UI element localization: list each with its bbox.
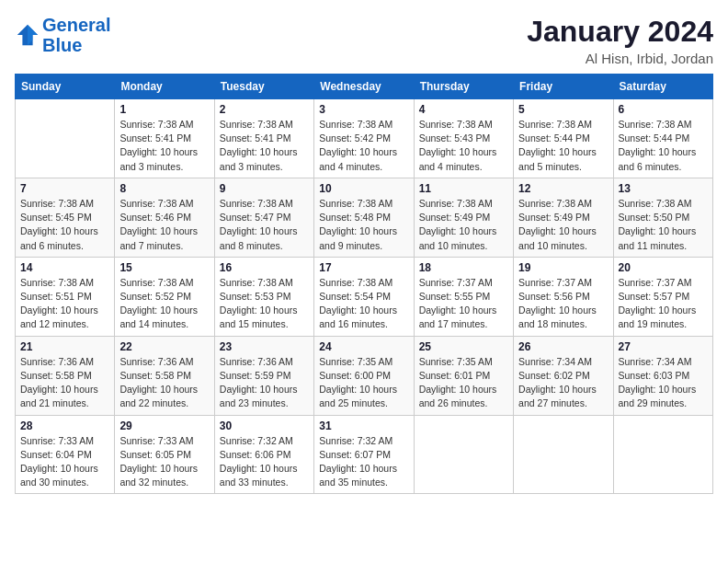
calendar-day-29: 29Sunrise: 7:33 AMSunset: 6:05 PMDayligh…	[115, 415, 214, 494]
calendar-day-8: 8Sunrise: 7:38 AMSunset: 5:46 PMDaylight…	[115, 178, 214, 257]
day-info: Sunrise: 7:32 AMSunset: 6:07 PMDaylight:…	[319, 434, 408, 490]
day-number: 24	[319, 340, 408, 353]
day-info: Sunrise: 7:33 AMSunset: 6:04 PMDaylight:…	[20, 434, 109, 490]
day-number: 25	[419, 340, 508, 353]
calendar-day-12: 12Sunrise: 7:38 AMSunset: 5:49 PMDayligh…	[514, 178, 613, 257]
calendar-empty-cell	[613, 415, 712, 494]
day-number: 31	[319, 419, 408, 432]
day-number: 20	[619, 261, 708, 274]
calendar-day-19: 19Sunrise: 7:37 AMSunset: 5:56 PMDayligh…	[514, 257, 613, 336]
day-number: 29	[119, 419, 209, 432]
day-number: 30	[220, 419, 309, 432]
day-info: Sunrise: 7:38 AMSunset: 5:45 PMDaylight:…	[20, 197, 109, 253]
calendar-day-2: 2Sunrise: 7:38 AMSunset: 5:41 PMDaylight…	[214, 99, 313, 178]
weekday-header-thursday: Thursday	[414, 75, 513, 99]
day-number: 17	[319, 261, 408, 274]
day-number: 13	[619, 182, 708, 195]
day-number: 22	[119, 340, 209, 353]
day-number: 5	[518, 103, 608, 116]
day-info: Sunrise: 7:37 AMSunset: 5:57 PMDaylight:…	[619, 276, 708, 332]
calendar-week-row: 21Sunrise: 7:36 AMSunset: 5:58 PMDayligh…	[16, 336, 713, 415]
title-area: January 2024 Al Hisn, Irbid, Jordan	[527, 15, 713, 66]
day-info: Sunrise: 7:38 AMSunset: 5:47 PMDaylight:…	[220, 197, 309, 253]
day-number: 1	[119, 103, 209, 116]
calendar-day-4: 4Sunrise: 7:38 AMSunset: 5:43 PMDaylight…	[414, 99, 513, 178]
calendar-day-23: 23Sunrise: 7:36 AMSunset: 5:59 PMDayligh…	[214, 336, 313, 415]
day-info: Sunrise: 7:38 AMSunset: 5:51 PMDaylight:…	[20, 276, 109, 332]
day-number: 3	[319, 103, 408, 116]
day-number: 12	[518, 182, 608, 195]
weekday-header-monday: Monday	[115, 75, 214, 99]
day-number: 23	[220, 340, 309, 353]
calendar-day-24: 24Sunrise: 7:35 AMSunset: 6:00 PMDayligh…	[314, 336, 414, 415]
day-info: Sunrise: 7:33 AMSunset: 6:05 PMDaylight:…	[119, 434, 209, 490]
weekday-header-saturday: Saturday	[613, 75, 712, 99]
calendar-week-row: 28Sunrise: 7:33 AMSunset: 6:04 PMDayligh…	[16, 415, 713, 494]
day-info: Sunrise: 7:38 AMSunset: 5:52 PMDaylight:…	[119, 276, 209, 332]
calendar-day-16: 16Sunrise: 7:38 AMSunset: 5:53 PMDayligh…	[214, 257, 313, 336]
day-info: Sunrise: 7:38 AMSunset: 5:53 PMDaylight:…	[220, 276, 309, 332]
day-info: Sunrise: 7:35 AMSunset: 6:00 PMDaylight:…	[319, 355, 408, 411]
calendar-week-row: 14Sunrise: 7:38 AMSunset: 5:51 PMDayligh…	[16, 257, 713, 336]
weekday-header-wednesday: Wednesday	[314, 75, 414, 99]
calendar-week-row: 1Sunrise: 7:38 AMSunset: 5:41 PMDaylight…	[16, 99, 713, 178]
calendar-day-11: 11Sunrise: 7:38 AMSunset: 5:49 PMDayligh…	[414, 178, 513, 257]
day-number: 6	[619, 103, 708, 116]
calendar-day-25: 25Sunrise: 7:35 AMSunset: 6:01 PMDayligh…	[414, 336, 513, 415]
day-info: Sunrise: 7:38 AMSunset: 5:41 PMDaylight:…	[119, 118, 209, 174]
calendar-day-7: 7Sunrise: 7:38 AMSunset: 5:45 PMDaylight…	[16, 178, 115, 257]
day-info: Sunrise: 7:38 AMSunset: 5:41 PMDaylight:…	[220, 118, 309, 174]
day-info: Sunrise: 7:37 AMSunset: 5:55 PMDaylight:…	[419, 276, 508, 332]
day-number: 2	[220, 103, 309, 116]
day-number: 21	[20, 340, 109, 353]
calendar-empty-cell	[414, 415, 513, 494]
logo-line1: General	[42, 15, 110, 35]
day-number: 7	[20, 182, 109, 195]
day-info: Sunrise: 7:38 AMSunset: 5:49 PMDaylight:…	[518, 197, 608, 253]
day-info: Sunrise: 7:38 AMSunset: 5:44 PMDaylight:…	[619, 118, 708, 174]
calendar-day-9: 9Sunrise: 7:38 AMSunset: 5:47 PMDaylight…	[214, 178, 313, 257]
calendar-table: SundayMondayTuesdayWednesdayThursdayFrid…	[15, 74, 713, 494]
weekday-header-tuesday: Tuesday	[214, 75, 313, 99]
day-number: 8	[119, 182, 209, 195]
weekday-header-row: SundayMondayTuesdayWednesdayThursdayFrid…	[16, 75, 713, 99]
day-number: 27	[619, 340, 708, 353]
main-title: January 2024	[527, 15, 713, 49]
day-info: Sunrise: 7:38 AMSunset: 5:44 PMDaylight:…	[518, 118, 608, 174]
day-info: Sunrise: 7:36 AMSunset: 5:58 PMDaylight:…	[20, 355, 109, 411]
day-info: Sunrise: 7:32 AMSunset: 6:06 PMDaylight:…	[220, 434, 309, 490]
day-info: Sunrise: 7:38 AMSunset: 5:50 PMDaylight:…	[619, 197, 708, 253]
day-info: Sunrise: 7:38 AMSunset: 5:49 PMDaylight:…	[419, 197, 508, 253]
day-number: 4	[419, 103, 508, 116]
day-number: 15	[119, 261, 209, 274]
day-number: 28	[20, 419, 109, 432]
calendar-day-5: 5Sunrise: 7:38 AMSunset: 5:44 PMDaylight…	[514, 99, 613, 178]
day-number: 9	[220, 182, 309, 195]
calendar-day-1: 1Sunrise: 7:38 AMSunset: 5:41 PMDaylight…	[115, 99, 214, 178]
day-info: Sunrise: 7:38 AMSunset: 5:46 PMDaylight:…	[119, 197, 209, 253]
day-number: 10	[319, 182, 408, 195]
page-header: General Blue January 2024 Al Hisn, Irbid…	[15, 15, 713, 66]
calendar-day-18: 18Sunrise: 7:37 AMSunset: 5:55 PMDayligh…	[414, 257, 513, 336]
weekday-header-sunday: Sunday	[16, 75, 115, 99]
day-info: Sunrise: 7:36 AMSunset: 5:58 PMDaylight:…	[119, 355, 209, 411]
day-info: Sunrise: 7:38 AMSunset: 5:48 PMDaylight:…	[319, 197, 408, 253]
calendar-day-30: 30Sunrise: 7:32 AMSunset: 6:06 PMDayligh…	[214, 415, 313, 494]
day-number: 19	[518, 261, 608, 274]
day-info: Sunrise: 7:37 AMSunset: 5:56 PMDaylight:…	[518, 276, 608, 332]
day-number: 26	[518, 340, 608, 353]
calendar-day-31: 31Sunrise: 7:32 AMSunset: 6:07 PMDayligh…	[314, 415, 414, 494]
day-number: 18	[419, 261, 508, 274]
day-info: Sunrise: 7:34 AMSunset: 6:02 PMDaylight:…	[518, 355, 608, 411]
day-number: 11	[419, 182, 508, 195]
logo: General Blue	[15, 15, 110, 55]
calendar-day-17: 17Sunrise: 7:38 AMSunset: 5:54 PMDayligh…	[314, 257, 414, 336]
calendar-empty-cell	[16, 99, 115, 178]
calendar-day-6: 6Sunrise: 7:38 AMSunset: 5:44 PMDaylight…	[613, 99, 712, 178]
calendar-day-28: 28Sunrise: 7:33 AMSunset: 6:04 PMDayligh…	[16, 415, 115, 494]
day-number: 14	[20, 261, 109, 274]
calendar-day-13: 13Sunrise: 7:38 AMSunset: 5:50 PMDayligh…	[613, 178, 712, 257]
logo-text: General Blue	[42, 15, 110, 55]
logo-line2: Blue	[42, 35, 82, 55]
subtitle: Al Hisn, Irbid, Jordan	[527, 51, 713, 66]
